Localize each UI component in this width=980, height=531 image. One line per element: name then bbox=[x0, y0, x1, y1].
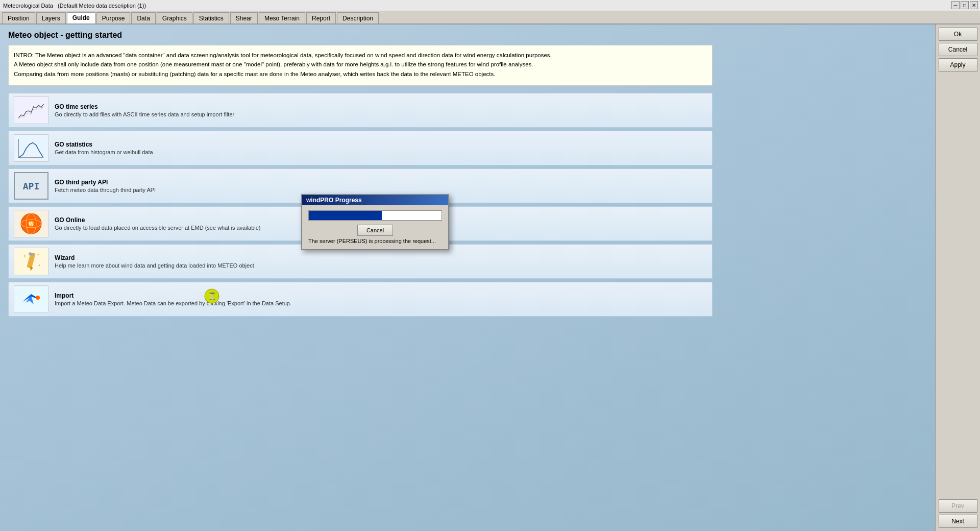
dialog-cancel-button[interactable]: Cancel bbox=[357, 225, 393, 236]
dialog-status: The server (PERSEUS) is processing the r… bbox=[308, 238, 442, 244]
progress-dialog: windPRO Progress Cancel The server (PERS… bbox=[301, 194, 449, 250]
dialog-title: windPRO Progress bbox=[306, 197, 362, 204]
dialog-overlay: windPRO Progress Cancel The server (PERS… bbox=[0, 0, 980, 531]
progress-bar-fill bbox=[309, 211, 382, 220]
dialog-buttons: Cancel bbox=[308, 225, 442, 236]
dialog-title-bar: windPRO Progress bbox=[302, 195, 448, 205]
progress-bar-container bbox=[308, 210, 442, 221]
dialog-content: Cancel The server (PERSEUS) is processin… bbox=[302, 205, 448, 249]
